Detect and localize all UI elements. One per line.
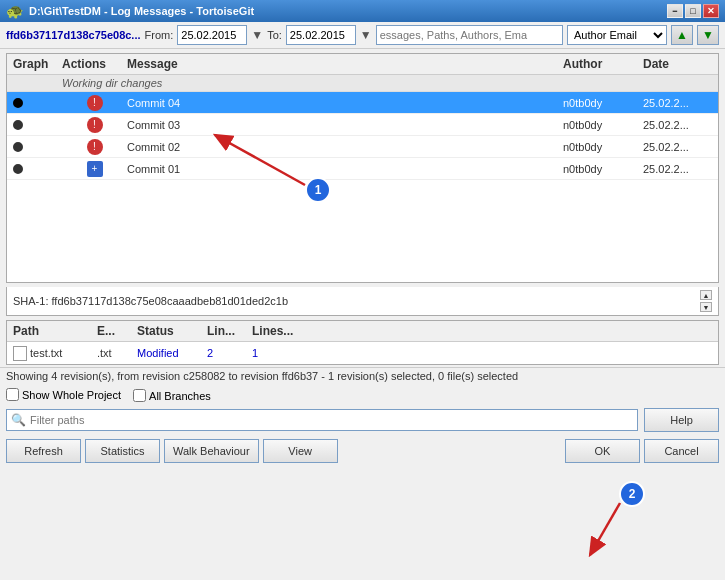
sha-scrollbar: ▲ ▼ — [700, 290, 712, 312]
message-cell: Commit 02 — [127, 141, 563, 153]
files-table-header: Path E... Status Lin... Lines... — [7, 321, 718, 342]
walk-behaviour-button[interactable]: Walk Behaviour — [164, 439, 259, 463]
file-linsd-cell: 1 — [252, 347, 312, 359]
log-table: Graph Actions Message Author Date Workin… — [6, 53, 719, 283]
filter-paths-input[interactable] — [30, 414, 637, 426]
graph-cell — [7, 142, 62, 152]
filter-type-select[interactable]: Author Email — [567, 25, 667, 45]
bottom-buttons: Refresh Statistics Walk Behaviour View O… — [0, 435, 725, 467]
sha-label: SHA-1: ffd6b37117d138c75e08caaadbeb81d01… — [13, 295, 288, 307]
table-row[interactable]: ! Commit 03 n0tb0dy 25.02.2... — [7, 114, 718, 136]
files-table: Path E... Status Lin... Lines... test.tx… — [6, 320, 719, 365]
status-text: Showing 4 revision(s), from revision c25… — [6, 370, 518, 382]
right-buttons: OK Cancel — [565, 439, 719, 463]
commit-hash-label: ffd6b37117d138c75e08c... — [6, 29, 141, 41]
file-icon — [13, 346, 27, 361]
fcol-path: Path — [7, 324, 97, 338]
title-bar-controls: − □ ✕ — [667, 4, 719, 18]
author-cell: n0tb0dy — [563, 163, 643, 175]
nav-down-button[interactable]: ▼ — [697, 25, 719, 45]
toolbar: ffd6b37117d138c75e08c... From: ▼ To: ▼ A… — [0, 22, 725, 49]
actions-cell: ! — [62, 95, 127, 111]
message-cell: Commit 03 — [127, 119, 563, 131]
app-window: 🐢 D:\Git\TestDM - Log Messages - Tortois… — [0, 0, 725, 580]
file-lins-cell: 2 — [207, 347, 252, 359]
title-bar: 🐢 D:\Git\TestDM - Log Messages - Tortois… — [0, 0, 725, 22]
sha-scroll-up[interactable]: ▲ — [700, 290, 712, 300]
log-table-body: Working dir changes ! Commit 04 n0tb0dy … — [7, 75, 718, 282]
fcol-lins: Lin... — [207, 324, 252, 338]
from-label: From: — [145, 29, 174, 41]
col-message: Message — [127, 57, 563, 71]
graph-cell — [7, 120, 62, 130]
file-path-cell: test.txt — [7, 346, 97, 361]
author-cell: n0tb0dy — [563, 119, 643, 131]
col-author: Author — [563, 57, 643, 71]
graph-dot — [13, 142, 23, 152]
search-input[interactable] — [376, 25, 563, 45]
svg-line-5 — [590, 503, 620, 555]
view-button[interactable]: View — [263, 439, 338, 463]
graph-cell — [7, 98, 62, 108]
minimize-button[interactable]: − — [667, 4, 683, 18]
left-buttons: Refresh Statistics Walk Behaviour View — [6, 439, 338, 463]
nav-up-button[interactable]: ▲ — [671, 25, 693, 45]
date-cell: 25.02.2... — [643, 163, 718, 175]
all-branches-text: All Branches — [149, 390, 211, 402]
all-branches-checkbox[interactable] — [133, 389, 146, 402]
table-row[interactable]: test.txt .txt Modified 2 1 — [7, 342, 718, 364]
file-ext-cell: .txt — [97, 347, 137, 359]
show-whole-project-label[interactable]: Show Whole Project — [6, 388, 121, 401]
cancel-button[interactable]: Cancel — [644, 439, 719, 463]
statistics-button[interactable]: Statistics — [85, 439, 160, 463]
date-cell: 25.02.2... — [643, 97, 718, 109]
refresh-button[interactable]: Refresh — [6, 439, 81, 463]
file-status-cell: Modified — [137, 347, 207, 359]
sha-scroll-down[interactable]: ▼ — [700, 302, 712, 312]
actions-cell: ! — [62, 139, 127, 155]
graph-dot — [13, 98, 23, 108]
help-button[interactable]: Help — [644, 408, 719, 432]
window-title: D:\Git\TestDM - Log Messages - TortoiseG… — [29, 5, 254, 17]
author-cell: n0tb0dy — [563, 141, 643, 153]
table-row[interactable]: ! Commit 04 n0tb0dy 25.02.2... — [7, 92, 718, 114]
search-icon: 🔍 — [7, 413, 30, 427]
date-cell: 25.02.2... — [643, 119, 718, 131]
col-date: Date — [643, 57, 718, 71]
message-cell: Commit 01 — [127, 163, 563, 175]
title-left: 🐢 D:\Git\TestDM - Log Messages - Tortois… — [6, 3, 254, 19]
log-section-header: Working dir changes — [7, 75, 718, 92]
fcol-linsd: Lines... — [252, 324, 312, 338]
actions-cell: + — [62, 161, 127, 177]
col-actions: Actions — [62, 57, 127, 71]
action-icon-red: ! — [87, 95, 103, 111]
status-bar: Showing 4 revision(s), from revision c25… — [0, 367, 725, 384]
table-row[interactable]: ! Commit 02 n0tb0dy 25.02.2... — [7, 136, 718, 158]
graph-dot — [13, 164, 23, 174]
graph-dot — [13, 120, 23, 130]
author-cell: n0tb0dy — [563, 97, 643, 109]
graph-cell — [7, 164, 62, 174]
action-icon-red: ! — [87, 139, 103, 155]
svg-text:2: 2 — [629, 487, 636, 501]
fcol-status: Status — [137, 324, 207, 338]
from-date-input[interactable] — [177, 25, 247, 45]
sha-row: SHA-1: ffd6b37117d138c75e08caaadbeb81d01… — [6, 287, 719, 316]
ok-button[interactable]: OK — [565, 439, 640, 463]
table-row[interactable]: + Commit 01 n0tb0dy 25.02.2... — [7, 158, 718, 180]
log-table-header: Graph Actions Message Author Date — [7, 54, 718, 75]
actions-cell: ! — [62, 117, 127, 133]
show-whole-project-checkbox[interactable] — [6, 388, 19, 401]
action-icon-red: ! — [87, 117, 103, 133]
fcol-ext: E... — [97, 324, 137, 338]
all-branches-label[interactable]: All Branches — [133, 389, 211, 402]
filter-input-container: 🔍 — [6, 409, 638, 431]
close-button[interactable]: ✕ — [703, 4, 719, 18]
svg-point-6 — [620, 482, 644, 506]
maximize-button[interactable]: □ — [685, 4, 701, 18]
message-cell: Commit 04 — [127, 97, 563, 109]
show-whole-project-text: Show Whole Project — [22, 389, 121, 401]
filter-row: 🔍 Help — [0, 405, 725, 435]
date-cell: 25.02.2... — [643, 141, 718, 153]
to-date-input[interactable] — [286, 25, 356, 45]
